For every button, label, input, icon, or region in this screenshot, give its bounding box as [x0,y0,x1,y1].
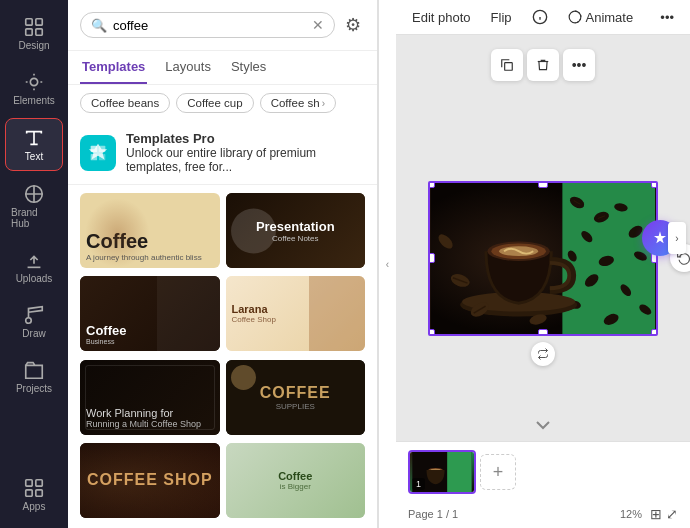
pro-description: Unlock our entire library of premium tem… [126,146,316,174]
sidebar-label-uploads: Uploads [16,273,53,284]
tab-templates[interactable]: Templates [80,51,147,84]
card-3-title: Coffee [86,323,214,338]
card-4-brand: Larana [232,303,360,315]
sidebar-item-uploads[interactable]: Uploads [5,241,63,292]
sidebar-item-elements[interactable]: Elements [5,63,63,114]
handle-top-right[interactable] [651,181,658,188]
card-2-title: Presentation [256,219,335,234]
handle-left-mid[interactable] [428,253,435,263]
swap-button[interactable] [531,342,555,366]
handle-bottom-left[interactable] [428,329,435,336]
sidebar-label-apps: Apps [23,501,46,512]
templates-pro-banner[interactable]: Templates Pro Unlock our entire library … [68,121,377,185]
template-card-7[interactable]: COFFEE SHOP [80,443,220,518]
search-input[interactable] [113,18,306,33]
sidebar-item-projects[interactable]: Projects [5,351,63,402]
handle-top-left[interactable] [428,181,435,188]
bottom-bar: 1 + Page 1 / 1 12% ⊞ ⤢ [396,441,690,528]
card-8-sub: is Bigger [278,482,312,491]
svg-rect-13 [99,153,105,159]
template-card-6[interactable]: COFFEE SUPPLIES [226,360,366,435]
chip-coffee-sh[interactable]: Coffee sh › [260,93,336,113]
grid-view-icon[interactable]: ⊞ [650,506,662,522]
scroll-down-indicator[interactable] [535,419,551,433]
card-7-title: COFFEE SHOP [87,471,213,489]
tab-styles[interactable]: Styles [229,51,268,84]
zoom-icons: ⊞ ⤢ [650,506,678,522]
svg-rect-7 [36,480,42,486]
template-card-8[interactable]: Coffee is Bigger [226,443,366,518]
sidebar-item-design[interactable]: Design [5,8,63,59]
template-card-1[interactable]: Coffee A journey through authentic bliss [80,193,220,268]
template-card-5[interactable]: Work Planning for Running a Multi Coffee… [80,360,220,435]
more-options-button[interactable]: ••• [563,49,595,81]
info-button[interactable] [528,6,552,28]
sidebar-label-text: Text [25,151,43,162]
handle-bottom-mid[interactable] [538,329,548,336]
svg-point-4 [30,78,37,85]
delete-button[interactable] [527,49,559,81]
canvas-area: ••• [396,35,690,441]
card-6-title: COFFEE [260,384,331,402]
template-card-3[interactable]: Coffee Business [80,276,220,351]
sidebar-item-text[interactable]: Text [5,118,63,171]
toolbar: Edit photo Flip Animate ••• [396,0,690,35]
tabs-bar: Templates Layouts Styles [68,51,377,85]
animate-button[interactable]: Animate [564,7,638,28]
page-info: Page 1 / 1 [408,508,458,520]
search-icon: 🔍 [91,18,107,33]
handle-top-mid[interactable] [538,181,548,188]
flip-button[interactable]: Flip [487,7,516,28]
canvas-nav-right[interactable]: › [668,222,686,254]
page-thumb-1[interactable]: 1 [408,450,476,494]
status-bar: Page 1 / 1 12% ⊞ ⤢ [396,502,690,528]
card-8-title: Coffee [278,470,312,482]
zoom-info: 12% ⊞ ⤢ [620,506,678,522]
filter-icon[interactable]: ⚙ [341,10,365,40]
search-bar: 🔍 ✕ ⚙ [68,0,377,51]
sidebar-label-draw: Draw [22,328,45,339]
svg-rect-10 [91,145,97,151]
collapse-icon: ‹ [386,259,389,270]
sidebar-item-brand[interactable]: Brand Hub [5,175,63,237]
svg-rect-6 [26,480,32,486]
chip-more-icon: › [322,98,325,109]
sidebar-item-apps[interactable]: Apps [5,469,63,520]
card-5-sub: Running a Multi Coffee Shop [86,419,214,429]
chip-coffee-cup[interactable]: Coffee cup [176,93,253,113]
handle-bottom-right[interactable] [651,329,658,336]
pro-text: Templates Pro Unlock our entire library … [126,131,365,174]
svg-rect-9 [36,490,42,496]
pro-title: Templates Pro [126,131,365,146]
svg-rect-1 [36,19,42,25]
toolbar-more-button[interactable]: ••• [656,7,678,28]
search-input-wrap: 🔍 ✕ [80,12,335,38]
canvas-image-container [428,181,658,336]
card-5-title: Work Planning for [86,407,214,419]
canvas-image[interactable] [428,181,658,336]
pro-icon [80,135,116,171]
svg-rect-0 [26,19,32,25]
panel-collapse-button[interactable]: ‹ [378,0,396,528]
svg-rect-8 [26,490,32,496]
card-4-sub: Coffee Shop [232,315,360,324]
tab-layouts[interactable]: Layouts [163,51,213,84]
search-clear-icon[interactable]: ✕ [312,17,324,33]
filter-chips: Coffee beans Coffee cup Coffee sh › [68,85,377,121]
sidebar-label-brand: Brand Hub [11,207,57,229]
duplicate-button[interactable] [491,49,523,81]
sidebar: Design Elements Text Brand Hub Uploads D… [0,0,68,528]
chip-coffee-beans[interactable]: Coffee beans [80,93,170,113]
add-page-button[interactable]: + [480,454,516,490]
svg-rect-3 [36,29,42,35]
filmstrip: 1 + [396,442,690,502]
sidebar-item-draw[interactable]: Draw [5,296,63,347]
templates-panel: 🔍 ✕ ⚙ Templates Layouts Styles Coffee be… [68,0,378,528]
card-6-sub: SUPPLIES [260,402,331,411]
template-card-4[interactable]: Larana Coffee Shop [226,276,366,351]
template-card-2[interactable]: Presentation Coffee Notes [226,193,366,268]
edit-photo-button[interactable]: Edit photo [408,7,475,28]
fullscreen-icon[interactable]: ⤢ [666,506,678,522]
sidebar-label-projects: Projects [16,383,52,394]
canvas-actions: ••• [491,49,595,81]
